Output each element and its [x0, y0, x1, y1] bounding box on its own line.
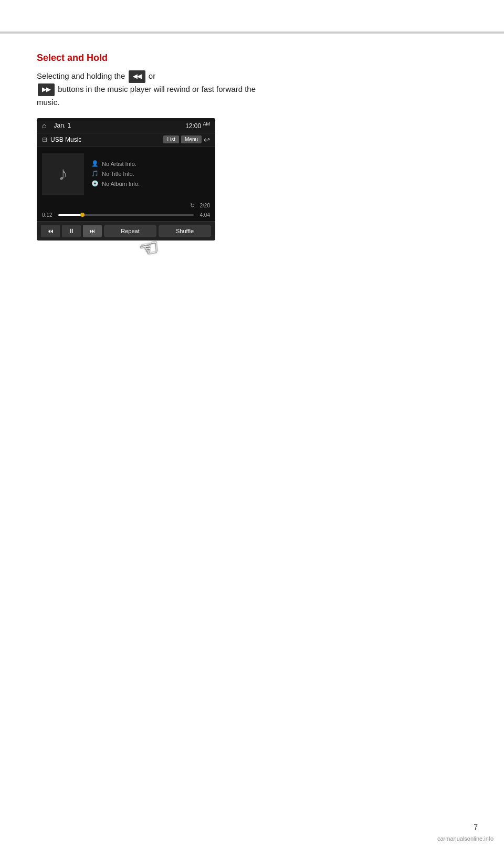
- music-note-icon: ♪: [58, 163, 68, 185]
- player-controls: ⏮ ⏸ ⏭ Repeat Shuffle: [37, 221, 215, 240]
- album-icon: 💿: [91, 180, 99, 187]
- forward-button-inline: ▶▶: [38, 83, 55, 96]
- page-number: 7: [474, 823, 478, 831]
- player-time: 12:00 AM: [185, 122, 210, 130]
- desc-part1: Selecting and holding the: [37, 71, 125, 80]
- progress-fill: [58, 214, 82, 216]
- player-subheader: ⊟ USB Music List Menu ↩: [37, 133, 215, 147]
- content-area: Select and Hold Selecting and holding th…: [37, 53, 257, 272]
- repeat-icon: ↻: [190, 202, 195, 209]
- rewind-button-inline: ◀◀: [129, 70, 145, 83]
- hand-cursor-wrapper: ☞: [37, 240, 257, 272]
- album-label: No Album Info.: [102, 181, 140, 187]
- album-row: 💿 No Album Info.: [91, 180, 140, 187]
- description-text: Selecting and holding the ◀◀ or ▶▶ butto…: [37, 70, 257, 109]
- section-title: Select and Hold: [37, 53, 257, 64]
- time-total: 4:04: [197, 212, 210, 218]
- footer-watermark: carmanualsonline.info: [437, 835, 494, 842]
- player-time-display: 12:00 AM: [170, 121, 210, 130]
- player-header: ⌂ Jan. 1 12:00 AM: [37, 118, 215, 133]
- progress-thumb: [80, 213, 85, 217]
- list-button[interactable]: List: [163, 135, 179, 143]
- player-body: ♪ 👤 No Artist Info. 🎵 No Title Info. 💿 N…: [37, 147, 215, 201]
- forward-control-button[interactable]: ⏭: [83, 225, 102, 237]
- usb-icon-label: ⊟ USB Music: [42, 136, 81, 143]
- progress-bar-container: 0:12 4:04: [42, 212, 210, 218]
- title-row: 🎵 No Title Info.: [91, 170, 140, 177]
- shuffle-control-button[interactable]: Shuffle: [159, 225, 211, 237]
- time-current: 0:12: [42, 212, 55, 218]
- header-buttons: List Menu ↩: [163, 135, 210, 144]
- back-button[interactable]: ↩: [204, 135, 210, 144]
- menu-button[interactable]: Menu: [181, 135, 202, 143]
- progress-area: 0:12 4:04: [37, 210, 215, 221]
- usb-icon: ⊟: [42, 136, 47, 143]
- source-label: USB Music: [50, 136, 81, 143]
- player-date: Jan. 1: [54, 122, 71, 129]
- player-header-left: ⌂ Jan. 1: [42, 121, 71, 130]
- track-count: 2/20: [200, 203, 210, 208]
- artist-icon: 👤: [91, 160, 99, 167]
- album-art: ♪: [42, 153, 84, 195]
- artist-label: No Artist Info.: [102, 161, 136, 167]
- progress-track[interactable]: [58, 214, 194, 216]
- track-info: 👤 No Artist Info. 🎵 No Title Info. 💿 No …: [91, 153, 140, 195]
- rewind-control-button[interactable]: ⏮: [41, 225, 60, 237]
- track-count-row: ↻ 2/20: [37, 201, 215, 210]
- artist-row: 👤 No Artist Info.: [91, 160, 140, 167]
- music-player: ⌂ Jan. 1 12:00 AM ⊟ USB Music List Menu …: [37, 118, 215, 240]
- desc-part3: buttons in the music player will rewind …: [37, 85, 256, 107]
- title-label: No Title Info.: [102, 171, 134, 177]
- top-border: [0, 32, 504, 34]
- title-icon: 🎵: [91, 170, 99, 177]
- home-icon: ⌂: [42, 121, 46, 130]
- pause-control-button[interactable]: ⏸: [62, 225, 81, 237]
- desc-part2: or: [149, 71, 155, 80]
